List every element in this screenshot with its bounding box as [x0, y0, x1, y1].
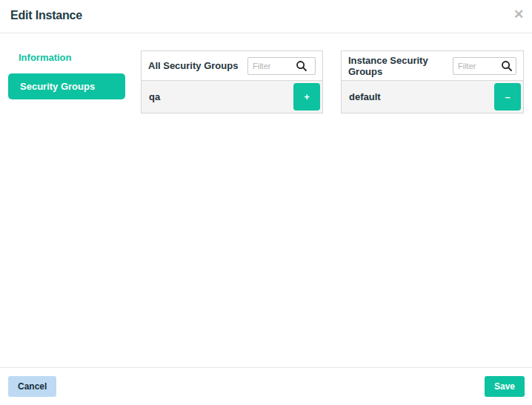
close-icon[interactable]: ✕: [511, 7, 526, 22]
search-icon[interactable]: [501, 60, 513, 72]
all-groups-filter-input[interactable]: [253, 59, 296, 73]
all-security-groups-panel: All Security Groups qa +: [141, 50, 323, 113]
all-security-groups-header: All Security Groups: [142, 51, 322, 80]
all-groups-filter: [247, 57, 316, 75]
instance-groups-filter: [453, 57, 516, 75]
tab-security-groups[interactable]: Security Groups: [8, 73, 125, 99]
available-group-name: qa: [149, 91, 160, 102]
add-group-button[interactable]: +: [293, 83, 320, 111]
selected-group-row: default –: [342, 80, 523, 113]
instance-security-groups-panel: Instance Security Groups default –: [341, 50, 524, 113]
all-security-groups-title: All Security Groups: [148, 60, 238, 71]
modal-side-nav: Information Security Groups: [8, 46, 125, 99]
search-icon[interactable]: [296, 60, 307, 72]
available-group-row: qa +: [142, 80, 322, 113]
edit-instance-modal: Edit Instance ✕ Information Security Gro…: [0, 0, 532, 405]
save-button[interactable]: Save: [485, 376, 525, 397]
instance-groups-filter-input[interactable]: [458, 59, 501, 73]
instance-security-groups-header: Instance Security Groups: [342, 51, 523, 80]
selected-group-name: default: [349, 91, 381, 102]
remove-group-button[interactable]: –: [494, 83, 521, 111]
tab-information[interactable]: Information: [8, 46, 125, 69]
instance-security-groups-title: Instance Security Groups: [348, 55, 453, 77]
cancel-button[interactable]: Cancel: [8, 376, 56, 397]
modal-footer: Cancel Save: [0, 367, 532, 405]
modal-title: Edit Instance: [10, 9, 82, 22]
modal-header: Edit Instance ✕: [0, 0, 532, 33]
